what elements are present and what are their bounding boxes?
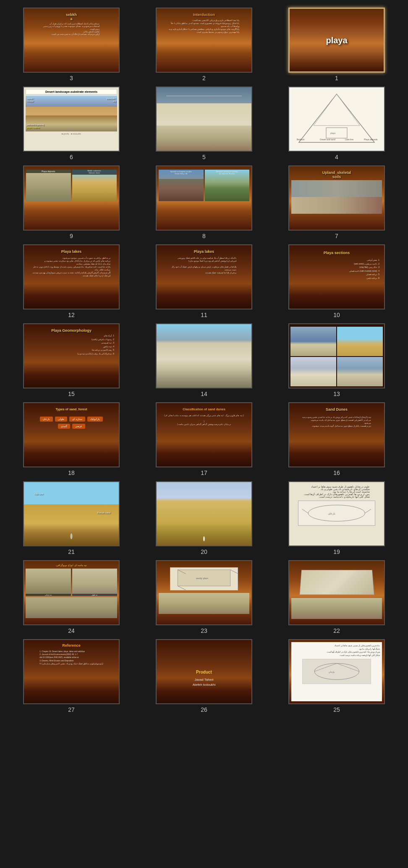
slide-11-title: Playa lakes: [194, 249, 214, 254]
slide-18-buttons-2: گنبدی عرضی: [56, 424, 87, 429]
slide-number-20: 20: [201, 548, 207, 555]
slide-item-3[interactable]: sebkha میدانم بیابان که یک اصطلاح عربی ا…: [8, 8, 135, 81]
slide-item-1[interactable]: playa 1: [273, 8, 400, 81]
slide-8-photos: Uplands and bajada complexDeath Valley, …: [159, 170, 249, 201]
slide-item-18[interactable]: Types of sand_forest بارخان طولی ستاره ا…: [8, 402, 135, 476]
slide-26-name1: Javad Taheri: [194, 678, 213, 682]
slide-wrapper-10: Playa sections 1. بخش آبرفتی 2. ناحیه مر…: [288, 244, 385, 309]
svg-text:بارخان: بارخان: [329, 671, 335, 674]
slide-wrapper-4: Bedrock Gravel and sand Lake line Playa …: [288, 87, 385, 152]
svg-text:Playa deposits: Playa deposits: [364, 138, 378, 141]
slide-item-8[interactable]: Uplands and bajada complexDeath Valley, …: [140, 165, 268, 239]
slide-item-4[interactable]: Bedrock Gravel and sand Lake line Playa …: [273, 87, 400, 160]
slide-7-photo: [291, 180, 382, 214]
slide-number-18: 18: [68, 469, 75, 476]
slide-item-10[interactable]: Playa sections 1. بخش آبرفتی 2. ناحیه مر…: [273, 244, 400, 318]
slide-21-label-barcah: Barcah sand: [97, 511, 110, 514]
svg-point-17: [314, 663, 359, 680]
slide-2-title: Interduction: [193, 13, 215, 17]
slide-item-5[interactable]: 5: [140, 87, 268, 160]
slide-item-15[interactable]: Playa Geomorphology 1. آبراه های 2. رسوب…: [8, 323, 135, 397]
slide-number-11: 11: [201, 312, 207, 318]
slide-6-diagram: upland /hillslope pediment/bajada/regpla…: [26, 96, 117, 131]
slide-number-24: 24: [68, 627, 75, 634]
slide-18-title: Types of sand_forest: [56, 407, 87, 411]
slide-wrapper-23: sandy plain: [156, 560, 252, 625]
slide-19-text: علوم در تعادل تاهفون از طرف شبیه سیف هاه…: [302, 484, 371, 499]
slide-25-content: ماده‌ترین تاهفون‌هایی از مسیر شیف هاها ب…: [291, 642, 382, 701]
slide-wrapper-3: sebkha میدانم بیابان که یک اصطلاح عربی ا…: [23, 8, 120, 73]
slide-item-20[interactable]: 20: [140, 481, 268, 555]
slide-wrapper-26: Product Javad Taheri Atefeh koloukhi: [156, 639, 252, 704]
slide-wrapper-27: Reference 1. Chapter 16: Desert lakes: p…: [23, 639, 120, 704]
slide-wrapper-14: [156, 323, 252, 388]
slide-number-10: 10: [333, 312, 340, 318]
slide-7-title: Upland_skeletalsoils: [322, 170, 351, 179]
svg-rect-2: [326, 128, 347, 138]
slide-number-1: 1: [335, 75, 338, 81]
slide-number-4: 4: [335, 154, 338, 160]
slide-wrapper-8: Uplands and bajada complexDeath Valley, …: [156, 165, 252, 231]
slide-wrapper-21: Slip face Barcah sand: [23, 481, 120, 546]
slide-2-body: پایا معنا اصطلاحی داری و واژه زبانی لاکی…: [167, 18, 241, 34]
slide-number-27: 27: [68, 706, 75, 713]
slide-item-6[interactable]: Desert landscape-substrate elements upla…: [8, 87, 135, 160]
slide-wrapper-22: [288, 560, 385, 625]
slide-item-19[interactable]: علوم در تعادل تاهفون از طرف شبیه سیف هاه…: [273, 481, 400, 555]
slide-15-list: 1. آبراه های 2. رسوبات بادرفتی (بافته) 3…: [26, 333, 117, 357]
slide-wrapper-16: Sand Dunes تپه با ارتفاع ارتفاعات شنی که…: [288, 402, 385, 467]
slide-wrapper-11: Playa lakes با اینکه در پلایا سطح آب پلا…: [156, 244, 252, 309]
slide-6-title: Desert landscape-substrate elements: [26, 89, 117, 94]
slide-item-24[interactable]: تپه ماسه ای انواع توپوگرافی: تپه بارخانی…: [8, 560, 135, 634]
slide-5-content: [157, 87, 251, 151]
slide-number-9: 9: [70, 233, 73, 239]
slide-number-5: 5: [202, 154, 206, 160]
slide-item-26[interactable]: Product Javad Taheri Atefeh koloukhi 26: [140, 639, 268, 713]
slide-item-13[interactable]: 13: [273, 323, 400, 397]
slide-10-list: 1. بخش آبرفتی 2. ناحیه مرطوب (wet zone) …: [291, 257, 382, 281]
slide-number-16: 16: [333, 469, 340, 476]
svg-line-10: [365, 509, 371, 513]
slide-item-25[interactable]: ماده‌ترین تاهفون‌هایی از مسیر شیف هاها ب…: [273, 639, 400, 713]
slide-23-diagram: sandy plain: [170, 567, 238, 590]
slide-3-title: sebkha: [66, 13, 77, 21]
slide-23-photo: [159, 593, 249, 614]
slide-item-21[interactable]: Slip face Barcah sand 21: [8, 481, 135, 555]
slide-21-figure: [71, 533, 73, 539]
slide-wrapper-1: playa: [288, 8, 385, 73]
slide-item-11[interactable]: Playa lakes با اینکه در پلایا سطح آب پلا…: [140, 244, 268, 318]
slide-item-27[interactable]: Reference 1. Chapter 16: Desert lakes: p…: [8, 639, 135, 713]
slide-wrapper-24: تپه ماسه ای انواع توپوگرافی: تپه بارخانی…: [23, 560, 120, 625]
svg-text:Lake line: Lake line: [345, 138, 353, 141]
slide-number-13: 13: [333, 391, 340, 397]
slide-6-legend: ■ gravelly■ sandy plain: [62, 133, 81, 135]
slide-27-title: Reference: [62, 643, 81, 648]
slide-item-9[interactable]: Playa deposits Mobile substrates:Saharan…: [8, 165, 135, 239]
svg-text:Bedrock: Bedrock: [297, 138, 305, 141]
slide-item-14[interactable]: 14: [140, 323, 268, 397]
slide-item-23[interactable]: sandy plain 23: [140, 560, 268, 634]
slide-wrapper-2: Interduction پایا معنا اصطلاحی داری و وا…: [156, 8, 252, 73]
slide-wrapper-12: Playa lakes در مناطق بیابانی به صورت آب …: [23, 244, 120, 309]
slide-number-12: 12: [68, 312, 75, 318]
slide-item-2[interactable]: Interduction پایا معنا اصطلاحی داری و وا…: [140, 8, 268, 81]
slide-wrapper-25: ماده‌ترین تاهفون‌هایی از مسیر شیف هاها ب…: [288, 639, 385, 704]
slide-number-17: 17: [201, 469, 207, 476]
slide-9-photos: Playa deposits Mobile substrates:Saharan…: [26, 170, 117, 201]
slide-wrapper-5: [156, 87, 252, 152]
slide-item-16[interactable]: Sand Dunes تپه با ارتفاع ارتفاعات شنی که…: [273, 402, 400, 476]
slide-wrapper-17: Classification of sand dunes ( تپه های ب…: [156, 402, 252, 467]
slide-24-bottom-photo: [26, 597, 117, 618]
slide-item-12[interactable]: Playa lakes در مناطق بیابانی به صورت آب …: [8, 244, 135, 318]
slide-20-figure: [203, 536, 205, 541]
slide-item-17[interactable]: Classification of sand dunes ( تپه های ب…: [140, 402, 268, 476]
slide-26-title: Product: [196, 670, 212, 674]
slide-number-21: 21: [68, 548, 75, 555]
slide-26-name2: Atefeh koloukhi: [193, 683, 216, 687]
slide-16-body: تپه با ارتفاع ارتفاعات شنی که بر اثر وزش…: [301, 415, 373, 428]
slide-item-22[interactable]: 22: [273, 560, 400, 634]
svg-line-14: [230, 570, 238, 574]
slide-number-7: 7: [335, 233, 338, 239]
svg-marker-0: [299, 94, 374, 142]
slide-item-7[interactable]: Upland_skeletalsoils 7: [273, 165, 400, 239]
